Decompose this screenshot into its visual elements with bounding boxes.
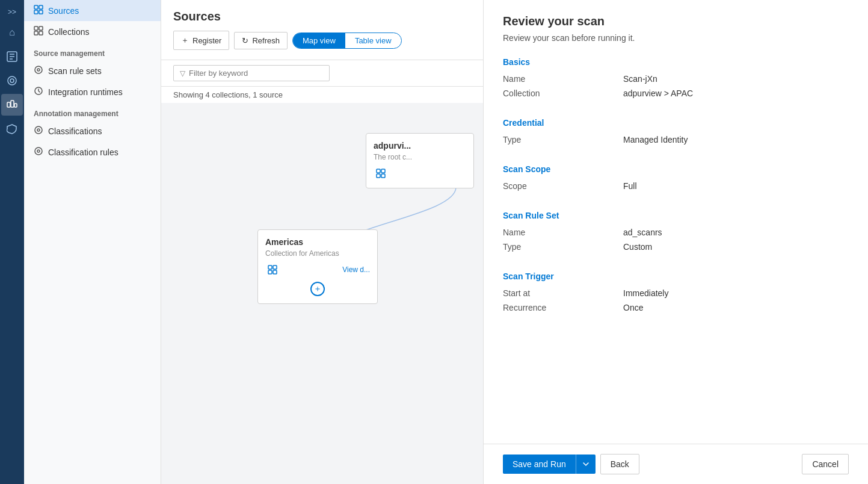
sidebar-integration-runtimes-label: Integration runtimes (48, 87, 123, 97)
basics-section-title: Basics (503, 57, 849, 67)
credential-type-label: Type (503, 135, 623, 144)
register-icon: ＋ (181, 35, 189, 46)
save-and-run-label: Save and Run (503, 455, 576, 474)
adpurview-grid-icon[interactable] (374, 166, 388, 181)
save-and-run-button[interactable]: Save and Run (503, 455, 596, 474)
adpurview-card-subtitle: The root c... (374, 153, 466, 161)
sources-panel: Sources ＋ Register ↻ Refresh Map view Ta… (161, 0, 483, 484)
scan-rule-set-section-title: Scan Rule Set (503, 211, 849, 220)
americas-grid-icon[interactable] (265, 262, 280, 277)
filter-bar: ▽ (161, 60, 483, 87)
map-view-button[interactable]: Map view (293, 33, 345, 48)
sidebar-item-scan-rule-sets[interactable]: Scan rule sets (24, 60, 161, 81)
svg-rect-7 (11, 101, 14, 107)
svg-rect-30 (268, 270, 272, 274)
sidebar-item-integration-runtimes[interactable]: Integration runtimes (24, 81, 161, 102)
integration-runtimes-icon (34, 86, 43, 98)
americas-view-detail-link[interactable]: View d... (342, 265, 370, 274)
scan-trigger-start-row: Start at Immediately (503, 288, 849, 298)
americas-card-bottom: View d... (265, 262, 370, 277)
review-content: Review your scan Review your scan before… (484, 0, 868, 444)
scan-rule-set-name-label: Name (503, 228, 623, 237)
table-view-button[interactable]: Table view (345, 33, 401, 48)
svg-rect-8 (14, 104, 17, 107)
svg-rect-6 (7, 102, 10, 107)
svg-rect-14 (39, 26, 43, 30)
svg-point-4 (8, 76, 16, 85)
basics-collection-label: Collection (503, 88, 623, 98)
scan-rule-set-type-row: Type Custom (503, 242, 849, 252)
svg-rect-11 (34, 10, 38, 14)
source-management-header: Source management (24, 42, 161, 60)
filter-input[interactable] (189, 69, 323, 78)
sidebar-item-sources[interactable]: Sources (24, 0, 161, 21)
refresh-button[interactable]: ↻ Refresh (234, 32, 288, 49)
register-button[interactable]: ＋ Register (173, 31, 229, 50)
svg-rect-31 (273, 270, 277, 274)
showing-text: Showing 4 collections, 1 source (161, 87, 483, 103)
sidebar-item-collections[interactable]: Collections (24, 21, 161, 42)
credential-section-title: Credential (503, 118, 849, 128)
americas-add-button[interactable]: ＋ (310, 282, 325, 296)
svg-point-22 (35, 147, 42, 155)
americas-card: Americas Collection for Americas View d.… (257, 229, 378, 304)
svg-point-5 (10, 79, 14, 82)
home-icon[interactable]: ⌂ (1, 22, 23, 43)
sidebar-scan-rule-sets-label: Scan rule sets (48, 66, 102, 76)
sidebar-item-classifications[interactable]: Classifications (24, 120, 161, 141)
svg-rect-25 (381, 169, 385, 173)
svg-rect-26 (377, 174, 380, 178)
svg-rect-9 (34, 5, 38, 9)
svg-rect-15 (34, 31, 38, 35)
sidebar-item-sources-label: Sources (48, 6, 79, 16)
adpurview-card-title: adpurvi... (374, 141, 466, 150)
expand-icon[interactable]: >> (1, 5, 23, 19)
review-title: Review your scan (503, 14, 849, 28)
svg-rect-28 (268, 265, 272, 269)
sidebar-item-classification-rules[interactable]: Classification rules (24, 141, 161, 163)
scan-scope-section-title: Scan Scope (503, 164, 849, 174)
scan-rule-set-type-label: Type (503, 242, 623, 252)
sidebar-item-collections-label: Collections (48, 27, 89, 37)
review-panel: Review your scan Review your scan before… (483, 0, 868, 484)
insights-icon[interactable] (1, 70, 23, 92)
icon-bar: >> ⌂ (0, 0, 24, 484)
sources-title: Sources (173, 10, 471, 23)
credential-type-row: Type Managed Identity (503, 135, 849, 144)
americas-card-subtitle: Collection for Americas (265, 249, 370, 258)
svg-point-17 (35, 66, 42, 73)
filter-input-wrapper[interactable]: ▽ (173, 65, 330, 81)
scan-trigger-section-title: Scan Trigger (503, 271, 849, 281)
svg-rect-29 (273, 265, 277, 269)
sidebar: Sources Collections Source management Sc… (24, 0, 161, 484)
save-run-dropdown-icon[interactable] (576, 456, 596, 473)
review-subtitle: Review your scan before running it. (503, 33, 849, 43)
policies-icon[interactable] (1, 118, 23, 140)
svg-point-21 (37, 129, 40, 131)
svg-point-20 (35, 126, 42, 134)
sidebar-classifications-label: Classifications (48, 126, 102, 136)
back-button[interactable]: Back (600, 454, 639, 474)
basics-name-label: Name (503, 74, 623, 84)
review-footer: Save and Run Back Cancel (484, 444, 868, 484)
svg-point-18 (37, 69, 40, 71)
scan-scope-value: Full (623, 181, 637, 191)
scan-trigger-recurrence-value: Once (623, 303, 643, 312)
filter-icon: ▽ (180, 69, 185, 78)
americas-card-title: Americas (265, 237, 370, 247)
data-map-icon[interactable] (1, 94, 23, 116)
refresh-icon: ↻ (242, 36, 248, 45)
scan-trigger-start-value: Immediately (623, 288, 668, 298)
sources-icon (34, 5, 43, 16)
sources-toolbar: ＋ Register ↻ Refresh Map view Table view (173, 31, 471, 50)
scan-rule-sets-icon (34, 65, 43, 76)
cancel-button[interactable]: Cancel (802, 454, 849, 474)
svg-rect-10 (39, 5, 43, 9)
catalog-icon[interactable] (1, 46, 23, 67)
collections-icon (34, 26, 43, 37)
sources-header: Sources ＋ Register ↻ Refresh Map view Ta… (161, 0, 483, 60)
credential-type-value: Managed Identity (623, 135, 688, 144)
classifications-icon (34, 125, 43, 137)
scan-trigger-recurrence-row: Recurrence Once (503, 303, 849, 312)
annotation-management-header: Annotation management (24, 102, 161, 120)
